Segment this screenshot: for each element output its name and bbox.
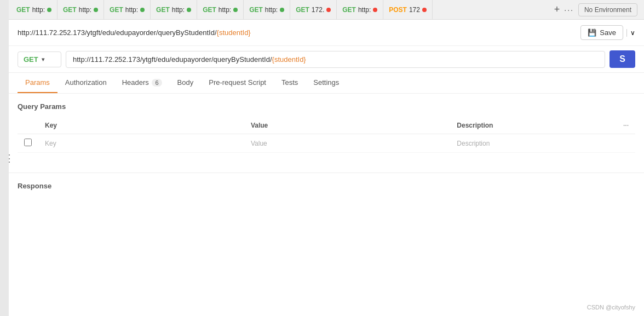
tab-method-2: GET: [63, 6, 77, 14]
tab-item-4[interactable]: GET http:: [151, 0, 197, 20]
tab-tests[interactable]: Tests: [274, 73, 306, 93]
params-table: Key Value Description ··· Key: [18, 117, 635, 153]
tab-url-3: http:: [125, 6, 138, 14]
tab-settings[interactable]: Settings: [306, 73, 347, 93]
tab-body-label: Body: [177, 78, 194, 87]
tab-dot-6: [280, 8, 284, 12]
row-value-cell[interactable]: Value: [244, 134, 450, 153]
method-value: GET: [24, 55, 38, 64]
tab-item-1[interactable]: GET http:: [11, 0, 58, 20]
tab-method-5: GET: [203, 6, 216, 14]
tab-dot-2: [94, 8, 98, 12]
table-row-placeholder: Key Value Description: [18, 134, 635, 153]
tab-url-7: 172.: [312, 6, 324, 14]
tab-url-1: http:: [32, 6, 45, 14]
tab-method-9: POST: [389, 6, 407, 14]
tab-method-6: GET: [249, 6, 263, 14]
tab-bar-actions: + ··· No Environment: [554, 3, 642, 16]
send-label: S: [619, 54, 625, 64]
tab-url-5: http:: [219, 6, 231, 14]
tab-params[interactable]: Params: [18, 73, 58, 93]
tab-item-5[interactable]: GET http:: [197, 0, 244, 20]
table-header-row: Key Value Description ···: [18, 117, 635, 134]
tab-dot-1: [47, 8, 51, 12]
save-dropdown-button[interactable]: ∨: [626, 29, 635, 37]
row-checkbox[interactable]: [24, 139, 32, 146]
tab-item-8[interactable]: GET http:: [337, 0, 383, 20]
tab-url-9: 172: [409, 6, 420, 14]
headers-badge: 6: [152, 79, 162, 87]
tab-params-label: Params: [25, 78, 50, 87]
save-label: Save: [600, 28, 616, 37]
tab-item-7[interactable]: GET 172.: [290, 0, 337, 20]
add-tab-button[interactable]: +: [554, 4, 560, 15]
sidebar-dots-icon[interactable]: ⋮⋮: [0, 152, 14, 164]
request-tabs-row: Params Authorization Headers 6 Body Pre-…: [9, 73, 644, 94]
row-description-cell[interactable]: Description: [450, 134, 617, 153]
save-icon: 💾: [588, 28, 596, 37]
tab-authorization[interactable]: Authorization: [58, 73, 114, 93]
tab-dot-5: [233, 8, 238, 12]
tab-tests-label: Tests: [281, 78, 298, 87]
url-text: http://111.72.252.173/ytgft/edu/edupayor…: [18, 28, 251, 37]
tab-prerequest-label: Pre-request Script: [209, 78, 266, 87]
tab-dot-7: [326, 8, 331, 12]
tab-url-2: http:: [79, 6, 91, 14]
row-key-placeholder: Key: [45, 140, 56, 147]
row-checkbox-cell: [18, 134, 38, 153]
environment-selector[interactable]: No Environment: [578, 3, 637, 16]
save-button[interactable]: 💾 Save: [580, 25, 623, 40]
row-actions-cell: [617, 134, 635, 153]
tab-method-3: GET: [110, 6, 123, 14]
url-input-param: {studentId}: [272, 55, 306, 64]
url-display: http://111.72.252.173/ytgft/edu/edupayor…: [18, 28, 251, 37]
th-key: Key: [38, 117, 244, 134]
method-chevron-icon: ▾: [42, 56, 44, 62]
request-bar: GET ▾ http://111.72.252.173/ytgft/edu/ed…: [9, 46, 644, 73]
url-input-display[interactable]: http://111.72.252.173/ytgft/edu/edupayor…: [66, 51, 605, 68]
send-button[interactable]: S: [610, 50, 635, 68]
tab-dot-8: [373, 8, 377, 12]
tab-item-6[interactable]: GET http:: [244, 0, 290, 20]
tab-method-8: GET: [342, 6, 356, 14]
response-area: Response: [9, 173, 644, 199]
url-param: {studentId}: [217, 28, 251, 37]
th-actions: ···: [617, 117, 635, 134]
tab-dot-4: [187, 8, 191, 12]
url-input-prefix: http://111.72.252.173/ytgft/edu/edupayor…: [73, 55, 272, 64]
tab-url-6: http:: [265, 6, 278, 14]
url-bar: http://111.72.252.173/ytgft/edu/edupayor…: [9, 20, 644, 46]
tab-headers-label: Headers: [122, 78, 149, 87]
url-bar-right: 💾 Save ∨: [580, 25, 635, 40]
tab-headers[interactable]: Headers 6: [114, 73, 170, 93]
tab-dot-3: [140, 8, 145, 12]
th-checkbox: [18, 117, 38, 134]
tab-bar: GET http: GET http: GET http: GET http: …: [9, 0, 644, 20]
more-tabs-button[interactable]: ···: [564, 5, 574, 14]
tab-settings-label: Settings: [313, 78, 339, 87]
tab-item-2[interactable]: GET http:: [58, 0, 104, 20]
tab-method-1: GET: [16, 6, 30, 14]
response-title: Response: [18, 182, 635, 190]
tab-prerequest[interactable]: Pre-request Script: [201, 73, 274, 93]
row-description-placeholder: Description: [457, 140, 490, 147]
th-value: Value: [244, 117, 450, 134]
tab-url-4: http:: [172, 6, 185, 14]
tab-method-7: GET: [296, 6, 309, 14]
tab-authorization-label: Authorization: [65, 78, 107, 87]
query-params-title: Query Params: [18, 102, 635, 111]
tab-url-8: http:: [358, 6, 371, 14]
method-select[interactable]: GET ▾: [18, 51, 61, 67]
left-sidebar: ⋮⋮: [0, 0, 9, 199]
tab-body[interactable]: Body: [170, 73, 202, 93]
tab-dot-9: [422, 8, 427, 12]
content-area: Query Params Key Value Description ···: [9, 94, 644, 162]
tab-item-3[interactable]: GET http:: [104, 0, 151, 20]
row-key-cell[interactable]: Key: [38, 134, 244, 153]
url-prefix: http://111.72.252.173/ytgft/edu/edupayor…: [18, 28, 217, 37]
tab-method-4: GET: [156, 6, 170, 14]
row-value-placeholder: Value: [251, 140, 267, 147]
tab-item-9[interactable]: POST 172: [383, 0, 433, 20]
table-more-icon[interactable]: ···: [623, 122, 629, 129]
th-description: Description: [450, 117, 617, 134]
